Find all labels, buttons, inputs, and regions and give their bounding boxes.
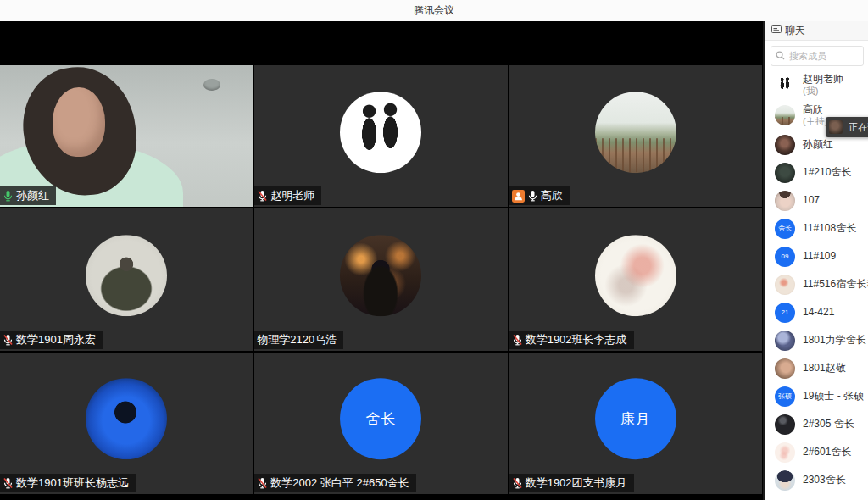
member-name: 1801赵敬: [803, 362, 846, 375]
participant-avatar: [86, 379, 167, 460]
speaking-text: 正在讲话: [849, 121, 868, 134]
member-subtitle: (我): [803, 86, 843, 97]
member-avatar: 舍长: [775, 219, 795, 239]
mic-icon: [3, 477, 14, 489]
participant-name: 数学2002 张白平 2#650舍长: [270, 475, 409, 491]
member-avatar: 21: [775, 303, 795, 323]
member-name: 孙颜红: [803, 138, 833, 151]
participant-label: 数学1902团支书康月: [509, 474, 634, 492]
member-name: 11#109: [803, 250, 836, 263]
video-tile[interactable]: 舍长 数学2002 张白平 2#650舍长: [254, 353, 507, 494]
participant-label: 孙颜红: [0, 186, 56, 205]
member-name: 19硕士 - 张硕: [803, 390, 864, 403]
member-text: 1#210舍长: [803, 166, 851, 179]
member-name: 11#516宿舍长程茜: [803, 278, 868, 291]
participant-label: 高欣: [509, 186, 570, 205]
member-avatar: [775, 75, 795, 95]
video-tile[interactable]: 数学1902班长李志成: [509, 208, 762, 350]
participant-name: 数学1902团支书康月: [526, 475, 627, 491]
mic-icon: [527, 190, 538, 202]
mic-icon: [512, 334, 523, 346]
video-tile[interactable]: 孙颜红: [0, 65, 253, 207]
participant-label: 数学1901班班长杨志远: [0, 474, 136, 492]
participant-name: 赵明老师: [270, 188, 314, 203]
member-avatar: [775, 414, 795, 435]
chat-icon: [771, 25, 782, 37]
member-name: 107: [803, 194, 820, 207]
member-name: 高欣: [803, 103, 837, 116]
sidebar-header: 聊天: [765, 21, 868, 41]
video-tile[interactable]: 数学1901班班长杨志远: [0, 353, 253, 494]
member-text: 2#305 舍长: [803, 418, 854, 431]
member-name: 14-421: [803, 306, 834, 319]
member-avatar: [775, 105, 795, 125]
member-row[interactable]: 1#210舍长: [765, 158, 868, 186]
meeting-window: 腾讯会议 孙颜红 赵明老师: [0, 0, 868, 500]
person-face: [53, 87, 105, 157]
member-text: 2#601舍长: [803, 446, 851, 458]
video-tile[interactable]: 数学1901周永宏: [0, 208, 253, 350]
participant-avatar: [86, 235, 167, 316]
participant-avatar: [340, 92, 421, 173]
participant-avatar: 舍长: [340, 379, 421, 460]
video-grid: 孙颜红 赵明老师 高欣 数学1901周永宏: [0, 65, 762, 494]
chat-sidebar: 聊天 赵明老师 (我) 高欣 (主持人) 孙颜红 1#210舍长: [763, 21, 868, 500]
member-row[interactable]: 张硕 19硕士 - 张硕: [765, 382, 868, 410]
avatar-initials: 舍长: [340, 379, 421, 460]
member-name: 赵明老师: [803, 73, 843, 86]
member-text: 孙颜红: [803, 138, 833, 151]
member-row[interactable]: 107: [765, 186, 868, 214]
video-tile[interactable]: 康月 数学1902团支书康月: [509, 353, 762, 494]
participant-label: 赵明老师: [254, 186, 321, 205]
participant-name: 孙颜红: [16, 188, 49, 203]
member-row[interactable]: 赵明老师 (我): [765, 69, 868, 100]
search-box[interactable]: [771, 46, 864, 66]
participant-avatar: [340, 235, 421, 316]
participant-label: 物理学2120乌浩: [254, 331, 343, 349]
member-text: 11#516宿舍长程茜: [803, 278, 868, 291]
member-row[interactable]: 2#305 舍长: [765, 410, 868, 438]
host-badge-icon: [512, 190, 525, 203]
participant-avatar: [595, 92, 676, 173]
video-tile[interactable]: 高欣: [509, 65, 762, 207]
member-name: 2#305 舍长: [803, 418, 854, 431]
live-video: [0, 65, 253, 207]
window-title: 腾讯会议: [414, 3, 454, 18]
member-avatar: [775, 470, 795, 491]
search-icon: [776, 48, 785, 64]
mic-icon: [3, 334, 14, 346]
speaking-indicator: 正在讲话: [826, 117, 868, 137]
member-name: 1#210舍长: [803, 166, 851, 179]
member-row[interactable]: 09 11#109: [765, 242, 868, 270]
avatar-initials: 康月: [595, 379, 676, 460]
member-text: 14-421: [803, 306, 834, 319]
video-tile[interactable]: 物理学2120乌浩: [254, 208, 507, 350]
member-row[interactable]: 2303舍长: [765, 466, 868, 494]
video-stage: 孙颜红 赵明老师 高欣 数学1901周永宏: [0, 21, 763, 500]
sidebar-title: 聊天: [785, 24, 805, 38]
member-text: 11#108舍长: [803, 222, 856, 235]
participant-label: 数学1901周永宏: [0, 331, 103, 349]
video-tile[interactable]: 赵明老师: [254, 65, 507, 207]
member-row[interactable]: 1801赵敬: [765, 354, 868, 382]
member-row[interactable]: 2#601舍长: [765, 438, 868, 466]
member-row[interactable]: 1801力学舍长: [765, 326, 868, 354]
member-avatar: [775, 275, 795, 295]
member-row[interactable]: 舍长 11#108舍长: [765, 214, 868, 242]
member-avatar: [775, 442, 795, 463]
member-avatar: [775, 358, 795, 379]
participant-label: 数学1902班长李志成: [509, 331, 634, 349]
main-content: 孙颜红 赵明老师 高欣 数学1901周永宏: [0, 21, 868, 500]
window-titlebar[interactable]: 腾讯会议: [0, 0, 868, 21]
member-name: 2#601舍长: [803, 446, 851, 458]
participant-name: 物理学2120乌浩: [257, 332, 337, 347]
member-row[interactable]: 11#516宿舍长程茜: [765, 270, 868, 298]
participant-avatar: 康月: [595, 379, 676, 460]
search-input[interactable]: [787, 50, 859, 62]
member-row[interactable]: 21 14-421: [765, 298, 868, 326]
mic-icon: [257, 477, 268, 489]
speaking-avatar: [829, 120, 843, 134]
member-avatar: 09: [775, 247, 795, 267]
mic-icon: [257, 190, 268, 202]
member-avatar: 张硕: [775, 386, 795, 407]
